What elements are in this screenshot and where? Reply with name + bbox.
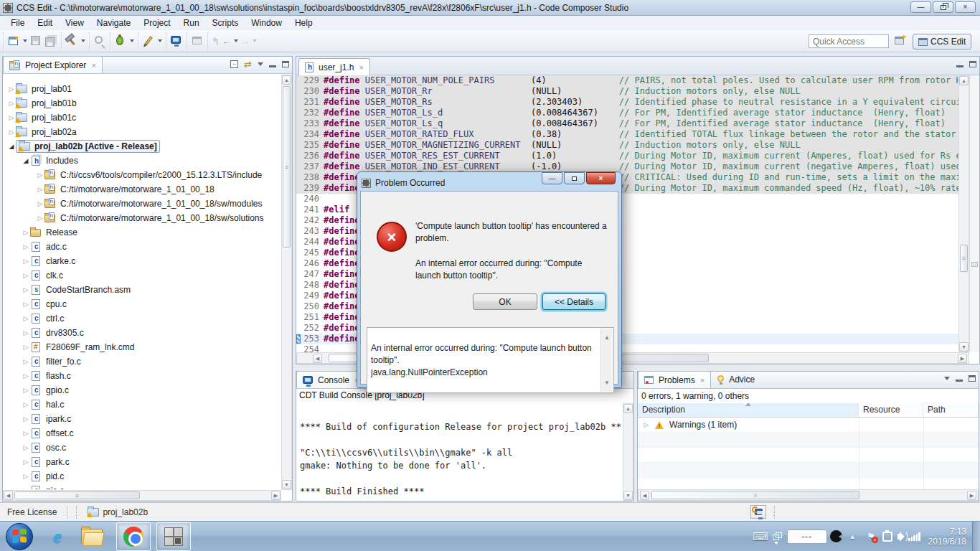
tree-item-osc.c[interactable]: ▷osc.c [3, 441, 281, 455]
expand-icon[interactable]: ▷ [22, 272, 30, 279]
ime-status[interactable]: --- [787, 529, 827, 544]
ok-button[interactable]: OK [473, 293, 537, 310]
menu-run[interactable]: Run [177, 17, 206, 29]
view-menu-icon[interactable] [944, 377, 950, 380]
link-editor-icon[interactable]: ⇄ [244, 60, 252, 68]
perspective-ccs-edit-button[interactable]: CCS Edit [913, 34, 971, 50]
close-icon[interactable]: × [91, 61, 95, 70]
expand-icon[interactable]: ▷ [22, 473, 30, 480]
tree-item-proj_lab02a[interactable]: ▷proj_lab02a [3, 125, 281, 139]
tree-item-park.c[interactable]: ▷park.c [3, 455, 281, 469]
tray-app-icon[interactable] [882, 532, 892, 542]
expand-icon[interactable]: ▷ [642, 421, 651, 428]
flash-dropdown-icon[interactable] [158, 39, 162, 42]
tree-item-c:/ti/motorware/motorware_1_01_00_18/sw/solutions[interactable]: ▷C:/ti/motorware/motorware_1_01_00_18/sw… [3, 211, 281, 225]
taskbar-ie-icon[interactable]: e [40, 522, 75, 551]
tree-item-ipark.c[interactable]: ▷ipark.c [3, 412, 281, 426]
view-menu-icon[interactable] [258, 62, 263, 66]
show-desktop-button[interactable] [972, 522, 980, 551]
minimize-view-icon[interactable] [956, 375, 963, 382]
tree-item-includes[interactable]: ◢Includes [3, 154, 281, 168]
code-line-232[interactable]: 232#define USER_MOTOR_Ls_d (0.008464367)… [296, 108, 958, 118]
taskbar-explorer-icon[interactable] [75, 522, 109, 551]
tree-item-pie.c[interactable]: ▷pie.c [3, 484, 281, 489]
code-line-237[interactable]: 237#define USER_MOTOR_IND_EST_CURRENT (-… [296, 161, 958, 172]
tree-item-adc.c[interactable]: ▷adc.c [3, 240, 281, 254]
close-icon[interactable]: × [359, 63, 363, 72]
console-output[interactable]: **** Build of configuration Release for … [296, 403, 622, 501]
tree-item-gpio.c[interactable]: ▷gpio.c [3, 383, 281, 397]
tree-item-cpu.c[interactable]: ▷cpu.c [3, 297, 281, 311]
expand-icon[interactable]: ▷ [22, 415, 30, 423]
expand-icon[interactable]: ▷ [22, 315, 30, 322]
tree-item-ctrl.c[interactable]: ▷ctrl.c [3, 311, 281, 326]
expand-icon[interactable]: ▷ [22, 487, 30, 489]
expand-icon[interactable]: ▷ [36, 200, 44, 207]
maximize-editor-icon[interactable] [969, 61, 976, 67]
console-vscrollbar[interactable]: ▲ ▼ [623, 403, 633, 501]
menu-project[interactable]: Project [137, 17, 176, 29]
tree-item-release[interactable]: ▷Release [3, 225, 281, 240]
explorer-vscrollbar[interactable]: ▲ ≡ ▼ [281, 75, 292, 490]
details-button[interactable]: << Details [542, 293, 606, 310]
save-all-icon[interactable] [44, 34, 57, 47]
window-restore-button[interactable] [933, 1, 953, 13]
tree-item-proj_lab01b[interactable]: ▷proj_lab01b [3, 96, 281, 110]
tree-item-f28069f_ram_lnk.cmd[interactable]: ▷F28069F_ram_lnk.cmd [3, 340, 281, 354]
menu-edit[interactable]: Edit [31, 17, 59, 29]
clock[interactable]: 7:132019/6/18 [928, 527, 966, 547]
code-line-235[interactable]: 235#define USER_MOTOR_MAGNETIZING_CURREN… [296, 140, 958, 151]
window-minimize-button[interactable]: — [910, 1, 931, 13]
dialog-restore-button[interactable] [564, 172, 585, 184]
debug-bug-icon[interactable] [114, 34, 127, 47]
menu-file[interactable]: File [4, 17, 31, 29]
collapse-all-icon[interactable]: − [230, 60, 238, 68]
expand-icon[interactable]: ▷ [36, 215, 44, 222]
menu-help[interactable]: Help [288, 17, 319, 29]
column-resource[interactable]: Resource [859, 403, 923, 417]
expand-icon[interactable]: ▷ [36, 186, 44, 193]
expand-icon[interactable]: ▷ [22, 387, 30, 394]
code-line-231[interactable]: 231#define USER_MOTOR_Rs (2.303403) // I… [296, 97, 958, 108]
expand-icon[interactable]: ▷ [22, 444, 30, 451]
save-icon[interactable] [29, 34, 42, 47]
code-line-229[interactable]: 229#define USER_MOTOR_NUM_POLE_PAIRS (4)… [296, 75, 958, 86]
new-file-icon[interactable] [7, 34, 20, 47]
flash-icon[interactable] [142, 34, 155, 47]
expand-icon[interactable]: ▷ [36, 171, 44, 179]
problems-row-warnings[interactable]: ▷Warnings (1 item) [638, 418, 979, 433]
expand-icon[interactable]: ▷ [22, 286, 30, 293]
new-dropdown-icon[interactable] [23, 39, 27, 42]
code-line-233[interactable]: 233#define USER_MOTOR_Ls_q (0.008464367)… [296, 118, 958, 129]
expand-icon[interactable]: ▷ [22, 372, 30, 380]
action-center-icon[interactable]: ⚑× [867, 531, 876, 542]
tree-item-hal.c[interactable]: ▷hal.c [3, 397, 281, 412]
menu-navigate[interactable]: Navigate [90, 17, 137, 29]
expand-icon[interactable]: ▷ [22, 358, 30, 365]
menu-scripts[interactable]: Scripts [206, 17, 245, 29]
tree-item-filter_fo.c[interactable]: ▷filter_fo.c [3, 354, 281, 369]
progress-indicator-icon[interactable] [750, 505, 766, 519]
expand-icon[interactable]: ▷ [22, 430, 30, 437]
build-dropdown-icon[interactable] [81, 39, 85, 42]
ime-icon[interactable] [830, 530, 842, 542]
close-icon[interactable]: × [700, 376, 705, 385]
expand-icon[interactable]: ▷ [22, 344, 30, 351]
keyboard-tray-icon[interactable]: ⌨ [753, 530, 768, 543]
build-icon[interactable] [65, 34, 78, 47]
tree-item-clarke.c[interactable]: ▷clarke.c [3, 254, 281, 268]
taskbar-chrome-icon[interactable] [116, 522, 151, 551]
dialog-titlebar[interactable]: Problem Occurred — × [360, 175, 618, 191]
back-icon[interactable]: ← [222, 36, 231, 47]
minimize-view-icon[interactable] [269, 61, 276, 67]
details-text[interactable]: An internal error occurred during: "Comp… [367, 327, 614, 393]
collapse-icon[interactable]: ◢ [7, 143, 16, 150]
code-line-236[interactable]: 236#define USER_MOTOR_RES_EST_CURRENT (1… [296, 151, 958, 161]
expand-icon[interactable]: ▷ [22, 401, 30, 408]
menu-view[interactable]: View [59, 17, 90, 29]
tab-advice[interactable]: Advice [711, 371, 760, 388]
code-line-230[interactable]: 230#define USER_MOTOR_Rr (NULL) // Induc… [296, 86, 958, 97]
tree-item-codestartbranch.asm[interactable]: ▷CodeStartBranch.asm [3, 283, 281, 297]
minimize-editor-icon[interactable] [956, 61, 963, 67]
expand-icon[interactable]: ▷ [22, 329, 30, 336]
